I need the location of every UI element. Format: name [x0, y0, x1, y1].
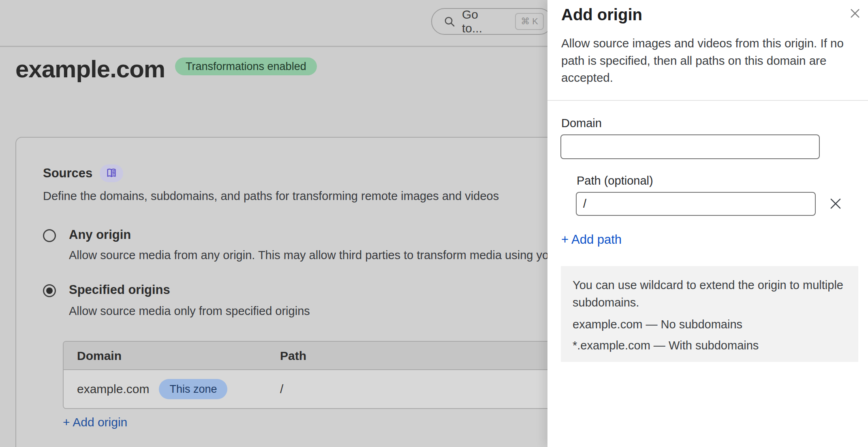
info-wildcard-text: You can use wildcard to extend the origi…	[573, 277, 848, 311]
add-origin-panel: Add origin Allow source images and video…	[547, 0, 868, 447]
origin-domain-value: example.com	[77, 382, 149, 396]
docs-link-chip[interactable]	[100, 164, 123, 182]
radio-any-origin[interactable]	[43, 229, 56, 242]
panel-title: Add origin	[561, 6, 642, 24]
path-input[interactable]	[576, 192, 816, 216]
radio-specified-origins[interactable]	[43, 284, 56, 297]
panel-divider	[547, 100, 868, 101]
global-search[interactable]: Go to... ⌘ K	[431, 8, 553, 35]
path-field-label: Path (optional)	[577, 174, 653, 187]
search-placeholder: Go to...	[462, 8, 498, 35]
wildcard-info-box: You can use wildcard to extend the origi…	[561, 266, 858, 362]
domain-field-label: Domain	[561, 117, 602, 130]
this-zone-badge: This zone	[159, 379, 227, 399]
close-button[interactable]	[847, 5, 864, 22]
panel-description: Allow source images and videos from this…	[561, 35, 850, 87]
info-no-subdomains: example.com — No subdomains	[573, 316, 849, 333]
search-shortcut-kbd: ⌘ K	[515, 13, 544, 30]
close-icon	[849, 7, 862, 20]
domain-input[interactable]	[560, 134, 820, 159]
radio-specified-origins-label[interactable]: Specified origins	[69, 283, 170, 297]
column-header-domain: Domain	[64, 342, 280, 369]
status-badge: Transformations enabled	[175, 57, 317, 75]
sources-heading: Sources	[43, 166, 92, 181]
remove-path-x-icon	[828, 196, 843, 211]
add-path-link[interactable]: + Add path	[561, 232, 622, 247]
page-title: example.com	[15, 55, 165, 83]
info-with-subdomains: *.example.com — With subdomains	[573, 337, 849, 354]
column-header-path: Path	[280, 342, 306, 369]
open-book-icon	[105, 167, 118, 179]
add-origin-link[interactable]: + Add origin	[63, 415, 127, 429]
radio-any-origin-label[interactable]: Any origin	[69, 228, 131, 242]
origin-path-value: /	[280, 382, 283, 396]
remove-path-button[interactable]	[826, 194, 845, 213]
search-icon	[443, 15, 455, 28]
